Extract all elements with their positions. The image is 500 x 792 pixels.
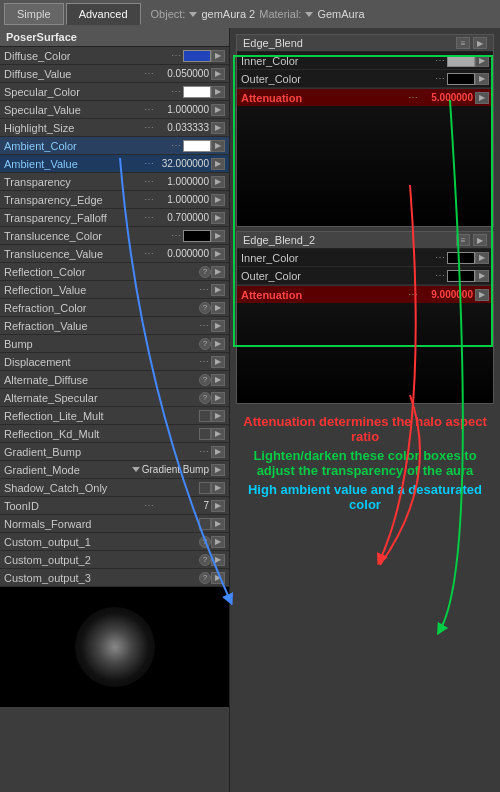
prop-icon-right[interactable]: ▶ <box>211 554 225 566</box>
prop-icon-right[interactable]: ▶ <box>211 446 225 458</box>
chain-icon[interactable]: ⋯ <box>197 356 211 368</box>
prop-icon-right[interactable]: ▶ <box>211 140 225 152</box>
chain-icon[interactable]: ⋯ <box>197 446 211 458</box>
color-swatch-specular[interactable] <box>183 86 211 98</box>
chain-icon[interactable]: ⋯ <box>169 86 183 98</box>
prop-icon-right[interactable]: ▶ <box>211 50 225 62</box>
question-icon[interactable]: ? <box>199 374 211 386</box>
chain-icon[interactable]: ⋯ <box>169 230 183 242</box>
prop-icon-right[interactable]: ▶ <box>211 410 225 422</box>
prop-icon-right[interactable]: ▶ <box>211 122 225 134</box>
color-swatch-inner-2[interactable] <box>447 252 475 264</box>
prop-name: Diffuse_Color <box>4 50 169 62</box>
color-swatch-outer[interactable] <box>447 73 475 85</box>
color-swatch-ambient[interactable] <box>183 140 211 152</box>
question-icon[interactable]: ? <box>199 338 211 350</box>
chain-icon[interactable]: ⋯ <box>142 158 156 170</box>
chain-icon[interactable]: ⋯ <box>433 270 447 282</box>
prop-value: 32.000000 <box>156 158 211 169</box>
prop-name: Custom_output_3 <box>4 572 199 584</box>
prop-icon-right[interactable]: ▶ <box>211 68 225 80</box>
prop-row-specular-value: Specular_Value ⋯ 1.000000 ▶ <box>0 101 229 119</box>
prop-icon-right[interactable]: ▶ <box>211 392 225 404</box>
prop-name: Refraction_Color <box>4 302 199 314</box>
chain-icon[interactable]: ⋯ <box>142 122 156 134</box>
chain-icon[interactable]: ⋯ <box>433 73 447 85</box>
prop-icon-right[interactable]: ▶ <box>475 92 489 104</box>
edge-blend-2-icon-1[interactable]: ≡ <box>456 234 470 246</box>
chain-icon[interactable]: ⋯ <box>406 289 420 301</box>
prop-icon-right[interactable]: ▶ <box>475 73 489 85</box>
tab-advanced[interactable]: Advanced <box>66 3 141 25</box>
question-icon[interactable]: ? <box>199 302 211 314</box>
edge-blend-icon-1[interactable]: ≡ <box>456 37 470 49</box>
prop-icon-right[interactable]: ▶ <box>211 500 225 512</box>
color-swatch-outer-2[interactable] <box>447 270 475 282</box>
color-swatch-translucence[interactable] <box>183 230 211 242</box>
checkbox-normals-forward[interactable] <box>199 518 211 530</box>
prop-icon-right[interactable]: ▶ <box>211 158 225 170</box>
prop-icon-right[interactable]: ▶ <box>475 55 489 67</box>
prop-icon-right[interactable]: ▶ <box>211 248 225 260</box>
prop-icon-right[interactable]: ▶ <box>211 338 225 350</box>
prop-icon-right[interactable]: ▶ <box>211 176 225 188</box>
prop-icon-right[interactable]: ▶ <box>211 518 225 530</box>
question-icon[interactable]: ? <box>199 572 211 584</box>
prop-name: Alternate_Diffuse <box>4 374 199 386</box>
prop-icon-right[interactable]: ▶ <box>211 536 225 548</box>
chain-icon[interactable]: ⋯ <box>433 55 447 67</box>
prop-row-transparency-edge: Transparency_Edge ⋯ 1.000000 ▶ <box>0 191 229 209</box>
prop-icon-right[interactable]: ▶ <box>211 194 225 206</box>
prop-icon-right[interactable]: ▶ <box>211 302 225 314</box>
prop-icon-right[interactable]: ▶ <box>211 284 225 296</box>
chain-icon[interactable]: ⋯ <box>142 212 156 224</box>
chain-icon[interactable]: ⋯ <box>142 500 156 512</box>
prop-icon-right[interactable]: ▶ <box>211 374 225 386</box>
prop-row-diffuse-color: Diffuse_Color ⋯ ▶ <box>0 47 229 65</box>
chain-icon[interactable]: ⋯ <box>142 248 156 260</box>
chain-icon[interactable]: ⋯ <box>169 50 183 62</box>
prop-icon-right[interactable]: ▶ <box>475 252 489 264</box>
question-icon[interactable]: ? <box>199 392 211 404</box>
prop-icon-right[interactable]: ▶ <box>211 464 225 476</box>
checkbox-shadow-catch[interactable] <box>199 482 211 494</box>
prop-icon-right[interactable]: ▶ <box>211 572 225 584</box>
checkbox-reflection-lite[interactable] <box>199 410 211 422</box>
outer-color-row-1: Outer_Color ⋯ ▶ <box>237 70 493 88</box>
chain-icon[interactable]: ⋯ <box>197 284 211 296</box>
preview-glow <box>75 607 155 687</box>
prop-icon-right[interactable]: ▶ <box>475 270 489 282</box>
chain-icon[interactable]: ⋯ <box>197 320 211 332</box>
chain-icon[interactable]: ⋯ <box>433 252 447 264</box>
chain-icon[interactable]: ⋯ <box>406 92 420 104</box>
color-swatch-inner[interactable] <box>447 55 475 67</box>
edge-blend-icon-2[interactable]: ▶ <box>473 37 487 49</box>
question-icon[interactable]: ? <box>199 536 211 548</box>
color-swatch-diffuse[interactable] <box>183 50 211 62</box>
prop-icon-right[interactable]: ▶ <box>211 104 225 116</box>
checkbox-reflection-kd[interactable] <box>199 428 211 440</box>
prop-icon-right[interactable]: ▶ <box>211 230 225 242</box>
prop-name: Reflection_Lite_Mult <box>4 410 199 422</box>
prop-name: Reflection_Kd_Mult <box>4 428 199 440</box>
edge-blend-2-icon-2[interactable]: ▶ <box>473 234 487 246</box>
left-panel: PoserSurface Diffuse_Color ⋯ ▶ Diffuse_V… <box>0 28 230 792</box>
prop-icon-right[interactable]: ▶ <box>211 266 225 278</box>
tab-simple[interactable]: Simple <box>4 3 64 25</box>
chain-icon[interactable]: ⋯ <box>142 176 156 188</box>
prop-icon-right[interactable]: ▶ <box>211 86 225 98</box>
chain-icon[interactable]: ⋯ <box>169 140 183 152</box>
question-icon[interactable]: ? <box>199 266 211 278</box>
edge-blend-2-label: Edge_Blend_2 <box>243 234 315 246</box>
prop-icon-right[interactable]: ▶ <box>211 212 225 224</box>
prop-icon-right[interactable]: ▶ <box>475 289 489 301</box>
prop-icon-right[interactable]: ▶ <box>211 356 225 368</box>
chain-icon[interactable]: ⋯ <box>142 104 156 116</box>
question-icon[interactable]: ? <box>199 554 211 566</box>
prop-icon-right[interactable]: ▶ <box>211 482 225 494</box>
prop-icon-right[interactable]: ▶ <box>211 320 225 332</box>
prop-icon-right[interactable]: ▶ <box>211 428 225 440</box>
chain-icon[interactable]: ⋯ <box>142 68 156 80</box>
prop-name: Custom_output_2 <box>4 554 199 566</box>
chain-icon[interactable]: ⋯ <box>142 194 156 206</box>
